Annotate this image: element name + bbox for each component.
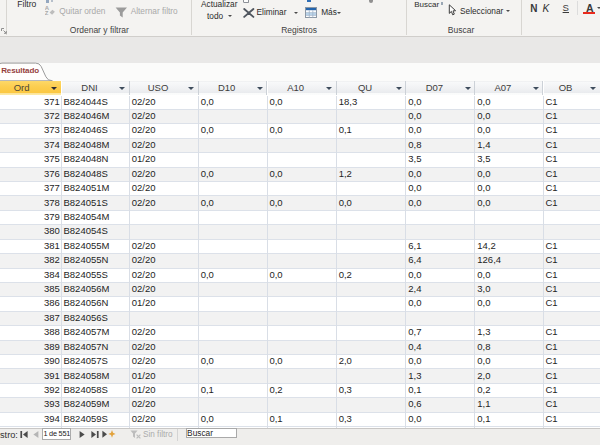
- svg-text:Z: Z: [45, 10, 49, 15]
